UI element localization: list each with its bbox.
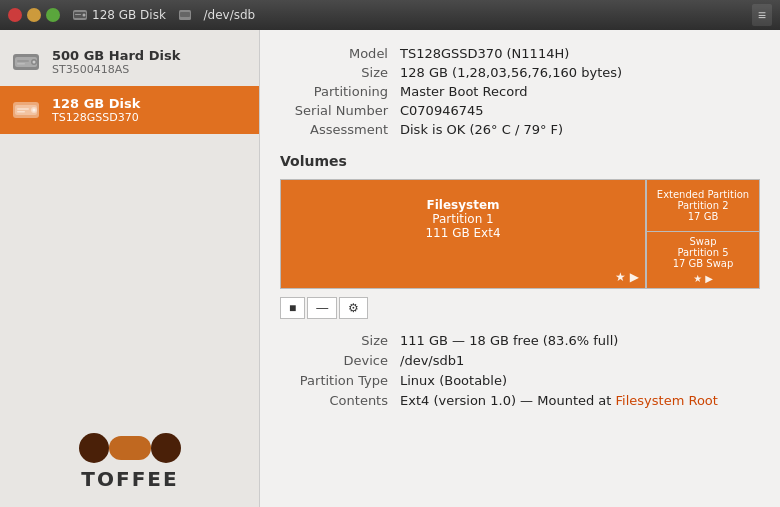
detail-row-partition-type: Partition Type Linux (Bootable): [280, 373, 760, 388]
toffee-right: [151, 433, 181, 463]
toffee-logo-area: TOFFEE: [0, 417, 260, 507]
toffee-logo: TOFFEE: [79, 433, 181, 491]
item-128gb-text: 128 GB Disk TS128GSSD370: [52, 96, 249, 124]
swap-star-icon: ★: [693, 273, 702, 284]
svg-rect-10: [17, 60, 29, 62]
hdd-icon-128gb: [10, 94, 42, 126]
info-row-model: Model TS128GSSD370 (N1114H): [280, 46, 760, 61]
info-row-serial: Serial Number C070946745: [280, 103, 760, 118]
minus-button[interactable]: —: [307, 297, 337, 319]
item-500gb-text: 500 GB Hard Disk ST3500418AS: [52, 48, 249, 76]
partition-main-content: Filesystem Partition 1 111 GB Ext4: [425, 198, 500, 240]
partition-extended[interactable]: Extended Partition Partition 2 17 GB: [647, 180, 759, 232]
hdd-icon-500gb: [10, 46, 42, 78]
info-row-size: Size 128 GB (1,28,03,56,76,160 bytes): [280, 65, 760, 80]
toffee-left: [79, 433, 109, 463]
star-icon: ★: [615, 270, 626, 284]
contents-value: Ext4 (version 1.0) — Mounted at Filesyst…: [400, 393, 718, 408]
svg-rect-3: [75, 14, 81, 15]
disk-info-table: Model TS128GSSD370 (N1114H) Size 128 GB …: [280, 46, 760, 137]
window-controls[interactable]: [8, 8, 60, 22]
main-container: 500 GB Hard Disk ST3500418AS 128 GB Disk…: [0, 30, 780, 507]
sidebar-item-500gb[interactable]: 500 GB Hard Disk ST3500418AS: [0, 38, 259, 86]
filesystem-root-link[interactable]: Filesystem Root: [616, 393, 718, 408]
info-row-assessment: Assessment Disk is OK (26° C / 79° F): [280, 122, 760, 137]
gear-button[interactable]: ⚙: [339, 297, 368, 319]
svg-rect-17: [17, 111, 25, 113]
detail-row-contents: Contents Ext4 (version 1.0) — Mounted at…: [280, 393, 760, 408]
toffee-center: [109, 436, 151, 460]
partition-filesystem[interactable]: Filesystem Partition 1 111 GB Ext4 ★ ▶: [281, 180, 647, 288]
partition-right-panel: Extended Partition Partition 2 17 GB Swa…: [647, 180, 759, 288]
maximize-button[interactable]: [46, 8, 60, 22]
content-area: Model TS128GSSD370 (N1114H) Size 128 GB …: [260, 30, 780, 507]
menu-button[interactable]: ≡: [752, 4, 772, 26]
partition-swap[interactable]: Swap Partition 5 17 GB Swap ★ ▶: [647, 232, 759, 288]
disk-small-icon: [178, 8, 192, 22]
svg-rect-5: [180, 12, 190, 17]
svg-point-2: [83, 14, 86, 17]
svg-rect-11: [17, 63, 25, 65]
swap-icons: ★ ▶: [693, 273, 713, 284]
info-row-partitioning: Partitioning Master Boot Record: [280, 84, 760, 99]
toffee-graphic: [79, 433, 181, 463]
detail-row-device: Device /dev/sdb1: [280, 353, 760, 368]
play-icon: ▶: [630, 270, 639, 284]
swap-play-icon: ▶: [705, 273, 713, 284]
partition-main-toolbar: ★ ▶: [281, 266, 645, 288]
stop-button[interactable]: ■: [280, 297, 305, 319]
detail-table: Size 111 GB — 18 GB free (83.6% full) De…: [280, 333, 760, 408]
disk-icon: [72, 7, 88, 23]
detail-row-size: Size 111 GB — 18 GB free (83.6% full): [280, 333, 760, 348]
partition-toolbar: ■ — ⚙: [280, 297, 760, 319]
close-button[interactable]: [8, 8, 22, 22]
svg-point-9: [33, 61, 36, 64]
svg-point-15: [33, 109, 36, 112]
partition-map: Filesystem Partition 1 111 GB Ext4 ★ ▶ E…: [280, 179, 760, 289]
window-title: 128 GB Disk /dev/sdb: [72, 7, 255, 23]
svg-rect-16: [17, 108, 29, 110]
volumes-title: Volumes: [280, 153, 760, 169]
minimize-button[interactable]: [27, 8, 41, 22]
titlebar: 128 GB Disk /dev/sdb ≡: [0, 0, 780, 30]
sidebar-item-128gb[interactable]: 128 GB Disk TS128GSSD370: [0, 86, 259, 134]
sidebar: 500 GB Hard Disk ST3500418AS 128 GB Disk…: [0, 30, 260, 507]
